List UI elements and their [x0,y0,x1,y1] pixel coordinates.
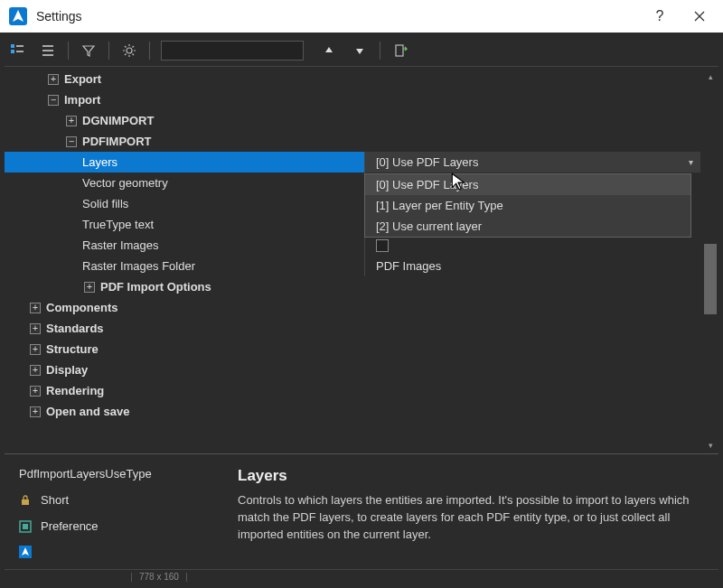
svg-rect-6 [42,50,53,51]
expand-icon[interactable]: + [30,406,41,417]
dropdown-option[interactable]: [1] Layer per Entity Type [365,195,690,216]
description-title: Layers [238,467,704,485]
tree-node-open-and-save[interactable]: + Open and save [5,401,700,422]
tree-node-structure[interactable]: + Structure [5,339,700,359]
dropdown-panel: [0] Use PDF Layers [1] Layer per Entity … [364,173,691,238]
collapse-icon[interactable]: − [48,95,59,106]
property-row-raster-images[interactable]: Raster Images [5,235,700,256]
source-indicator [19,546,238,558]
nav-up-button[interactable] [316,40,342,61]
gear-button[interactable] [117,40,142,61]
svg-rect-4 [16,51,23,52]
lock-icon [19,494,32,507]
vertical-scrollbar[interactable]: ▴ ▾ [702,69,718,453]
collapse-icon[interactable]: − [66,136,77,147]
settings-window: Settings ? [0,0,723,588]
svg-rect-18 [22,499,29,505]
description-panel: PdfImportLayersUseType Short Preference [5,453,718,569]
dialog-content: + Export − Import + DGNIMPORT [0,33,723,588]
svg-line-13 [125,46,127,48]
expand-icon[interactable]: + [30,323,41,334]
window-title: Settings [36,9,640,23]
expand-icon[interactable]: + [84,282,95,293]
svg-rect-1 [11,44,14,48]
property-label: Raster Images [5,238,364,252]
nav-down-button[interactable] [347,40,372,61]
svg-line-15 [133,46,135,48]
window-titlebar: Settings ? [0,0,723,33]
variable-name: PdfImportLayersUseType [19,467,238,481]
description-body: Controls to which layers the entities ar… [238,492,704,544]
expand-icon[interactable]: + [30,303,41,313]
search-input[interactable] [161,41,304,61]
property-row-layers[interactable]: Layers [0] Use PDF Layers ▾ [5,152,700,173]
svg-point-8 [127,48,132,53]
view-alphabetical-button[interactable] [35,40,61,61]
svg-rect-7 [42,54,53,56]
expand-icon[interactable]: + [30,344,41,355]
tree-node-import[interactable]: − Import [5,89,700,110]
property-label: Solid fills [5,197,364,210]
property-label: Vector geometry [5,176,364,190]
view-categorized-button[interactable] [5,40,30,61]
property-value[interactable]: PDF Images [364,256,700,276]
property-row-raster-images-folder[interactable]: Raster Images Folder PDF Images [5,256,700,276]
svg-line-16 [125,53,127,55]
help-button[interactable]: ? [640,0,680,33]
tree-node-rendering[interactable]: + Rendering [5,380,700,401]
svg-rect-2 [11,50,14,53]
status-bar: 778 x 160 [5,569,718,583]
svg-rect-17 [396,45,403,56]
type-indicator: Short [19,493,238,507]
property-value-checkbox[interactable] [364,235,700,256]
filter-button[interactable] [76,40,101,61]
tree-node-dgnimport[interactable]: + DGNIMPORT [5,110,700,131]
preference-icon [19,520,32,533]
tree-node-standards[interactable]: + Standards [5,318,700,339]
svg-rect-3 [16,45,23,47]
tree-node-pdf-import-options[interactable]: + PDF Import Options [5,276,700,297]
svg-rect-5 [42,45,53,47]
app-source-icon [19,546,32,558]
svg-line-14 [133,53,135,55]
dropdown-option[interactable]: [2] Use current layer [365,216,690,237]
toolbar [5,38,718,67]
export-button[interactable] [388,40,413,61]
property-label: Layers [5,155,364,169]
expand-icon[interactable]: + [30,365,41,376]
settings-tree: + Export − Import + DGNIMPORT [5,69,718,453]
scroll-thumb[interactable] [704,244,717,314]
expand-icon[interactable]: + [66,116,77,126]
expand-icon[interactable]: + [48,74,59,85]
scroll-down-icon[interactable]: ▾ [702,437,718,453]
save-indicator: Preference [19,519,238,533]
checkbox-icon[interactable] [376,239,389,252]
cursor-icon [449,172,469,191]
tree-node-display[interactable]: + Display [5,359,700,380]
app-logo-icon [7,5,29,27]
tree-node-components[interactable]: + Components [5,297,700,318]
property-label: Raster Images Folder [5,259,364,273]
close-button[interactable] [680,0,719,33]
chevron-down-icon: ▾ [689,157,693,167]
svg-rect-20 [23,524,28,529]
tree-node-export[interactable]: + Export [5,69,700,89]
dropdown-option[interactable]: [0] Use PDF Layers [365,174,690,195]
tree-node-pdfimport[interactable]: − PDFIMPORT [5,131,700,152]
property-value-dropdown[interactable]: [0] Use PDF Layers ▾ [364,152,700,173]
expand-icon[interactable]: + [30,386,41,397]
scroll-track[interactable] [702,85,718,437]
property-label: TrueType text [5,218,364,231]
scroll-up-icon[interactable]: ▴ [702,69,718,85]
status-dimensions: 778 x 160 [139,572,179,582]
